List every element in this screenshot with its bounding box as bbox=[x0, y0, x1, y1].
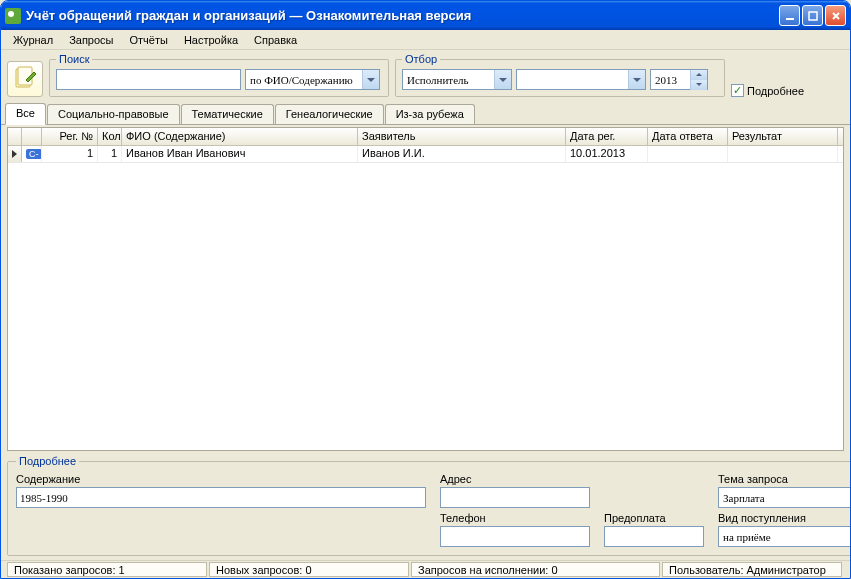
tab-abroad[interactable]: Из-за рубежа bbox=[385, 104, 475, 124]
spin-up-icon[interactable] bbox=[690, 70, 707, 80]
prepay-label: Предоплата bbox=[604, 512, 704, 524]
chevron-down-icon[interactable] bbox=[494, 70, 511, 89]
col-date-reg[interactable]: Дата рег. bbox=[566, 128, 648, 145]
content-label: Содержание bbox=[16, 473, 426, 485]
cell-reg: 1 bbox=[42, 146, 98, 162]
new-request-button[interactable] bbox=[7, 61, 43, 97]
close-button[interactable] bbox=[825, 5, 846, 26]
search-type-combo[interactable]: по ФИО/Содержанию bbox=[245, 69, 380, 90]
svg-rect-1 bbox=[809, 12, 817, 20]
row-indicator-header bbox=[8, 128, 22, 145]
status-shown: Показано запросов: 1 bbox=[7, 562, 207, 577]
titlebar: Учёт обращений граждан и организаций — О… bbox=[1, 1, 850, 30]
grid: Рег. № Кол ФИО (Содержание) Заявитель Да… bbox=[7, 127, 844, 451]
search-input[interactable] bbox=[56, 69, 241, 90]
menu-help[interactable]: Справка bbox=[248, 32, 303, 48]
maximize-button[interactable] bbox=[802, 5, 823, 26]
menu-settings[interactable]: Настройка bbox=[178, 32, 244, 48]
filter-group: Отбор Исполнитель 2013 bbox=[395, 53, 725, 97]
document-pencil-icon bbox=[12, 66, 38, 92]
kind-label: Вид поступления bbox=[718, 512, 851, 524]
cell-fio: Иванов Иван Иванович bbox=[122, 146, 358, 162]
row-arrow-icon bbox=[12, 150, 17, 158]
tab-thematic[interactable]: Тематические bbox=[181, 104, 274, 124]
cell-declarant: Иванов И.И. bbox=[358, 146, 566, 162]
col-result[interactable]: Результат bbox=[728, 128, 838, 145]
prepay-field[interactable] bbox=[604, 526, 704, 547]
menu-journal[interactable]: Журнал bbox=[7, 32, 59, 48]
col-date-answer[interactable]: Дата ответа bbox=[648, 128, 728, 145]
topic-value: Зарплата bbox=[723, 492, 765, 504]
col-reg[interactable]: Рег. № bbox=[42, 128, 98, 145]
check-icon: ✓ bbox=[731, 84, 744, 97]
address-label: Адрес bbox=[440, 473, 590, 485]
menu-requests[interactable]: Запросы bbox=[63, 32, 119, 48]
cell-date-reg: 10.01.2013 bbox=[566, 146, 648, 162]
app-icon bbox=[5, 8, 21, 24]
cell-result bbox=[728, 146, 838, 162]
filter-by-combo[interactable]: Исполнитель bbox=[402, 69, 512, 90]
more-checkbox[interactable]: ✓ Подробнее bbox=[731, 84, 804, 97]
filter-year-spinner[interactable]: 2013 bbox=[650, 69, 708, 90]
phone-field[interactable] bbox=[440, 526, 590, 547]
details-legend: Подробнее bbox=[16, 455, 79, 467]
topic-combo[interactable]: Зарплата bbox=[718, 487, 851, 508]
menu-reports[interactable]: Отчёты bbox=[124, 32, 174, 48]
current-row-indicator bbox=[8, 146, 22, 162]
search-legend: Поиск bbox=[56, 53, 92, 65]
address-field[interactable] bbox=[440, 487, 590, 508]
details-group: Подробнее Содержание Адрес Тема запроса … bbox=[7, 455, 851, 556]
tabs: Все Социально-правовые Тематические Гене… bbox=[1, 100, 850, 125]
category-badge: С- bbox=[26, 149, 42, 159]
chevron-down-icon[interactable] bbox=[628, 70, 645, 89]
table-row[interactable]: С- 1 1 Иванов Иван Иванович Иванов И.И. … bbox=[8, 146, 843, 163]
tab-genealogy[interactable]: Генеалогические bbox=[275, 104, 384, 124]
filter-legend: Отбор bbox=[402, 53, 440, 65]
content-field[interactable] bbox=[16, 487, 426, 508]
spin-down-icon[interactable] bbox=[690, 80, 707, 90]
topic-label: Тема запроса bbox=[718, 473, 851, 485]
cell-kol: 1 bbox=[98, 146, 122, 162]
filter-by-value: Исполнитель bbox=[407, 74, 469, 86]
col-fio[interactable]: ФИО (Содержание) bbox=[122, 128, 358, 145]
col-declarant[interactable]: Заявитель bbox=[358, 128, 566, 145]
status-user: Пользователь: Администратор bbox=[662, 562, 842, 577]
cell-date-ans bbox=[648, 146, 728, 162]
col-kol[interactable]: Кол bbox=[98, 128, 122, 145]
tab-social[interactable]: Социально-правовые bbox=[47, 104, 180, 124]
kind-combo[interactable]: на приёме bbox=[718, 526, 851, 547]
minimize-button[interactable] bbox=[779, 5, 800, 26]
phone-label: Телефон bbox=[440, 512, 590, 524]
menubar: Журнал Запросы Отчёты Настройка Справка bbox=[1, 30, 850, 50]
search-group: Поиск по ФИО/Содержанию bbox=[49, 53, 389, 97]
filter-value-combo[interactable] bbox=[516, 69, 646, 90]
search-type-value: по ФИО/Содержанию bbox=[250, 74, 353, 86]
svg-rect-0 bbox=[786, 18, 794, 20]
tab-all[interactable]: Все bbox=[5, 103, 46, 125]
statusbar: Показано запросов: 1 Новых запросов: 0 З… bbox=[1, 560, 850, 578]
status-pending: Запросов на исполнении: 0 bbox=[411, 562, 660, 577]
status-new: Новых запросов: 0 bbox=[209, 562, 409, 577]
col-badge[interactable] bbox=[22, 128, 42, 145]
window-title: Учёт обращений граждан и организаций — О… bbox=[26, 8, 779, 23]
more-checkbox-label: Подробнее bbox=[747, 85, 804, 97]
filter-year-value: 2013 bbox=[655, 74, 677, 86]
kind-value: на приёме bbox=[723, 531, 771, 543]
chevron-down-icon[interactable] bbox=[362, 70, 379, 89]
